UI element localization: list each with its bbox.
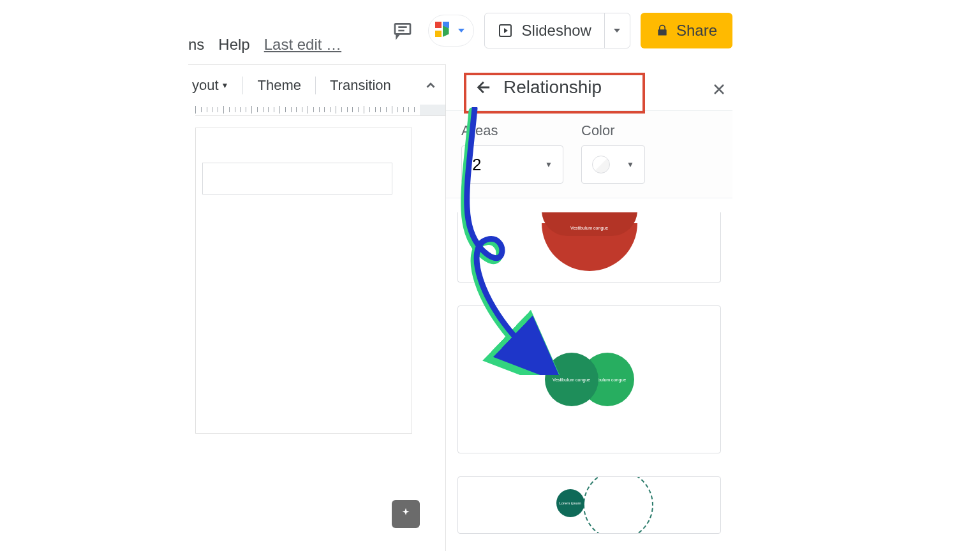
chevron-down-icon xyxy=(458,29,464,33)
close-button[interactable] xyxy=(708,78,730,100)
meet-logo-icon xyxy=(435,22,454,40)
panel-header: Relationship xyxy=(446,64,732,110)
divider xyxy=(242,77,243,94)
comments-icon[interactable] xyxy=(387,15,418,46)
sparkle-icon xyxy=(399,507,413,521)
chevron-down-icon: ▼ xyxy=(545,160,553,169)
template-text: Vestibulum congue xyxy=(553,378,590,382)
divider xyxy=(315,77,316,94)
diagram-template-3[interactable]: Lorem ipsum xyxy=(457,476,721,534)
share-label: Share xyxy=(676,22,717,40)
areas-label: Areas xyxy=(461,122,563,139)
color-dropdown[interactable]: ▼ xyxy=(581,145,645,184)
template-text: Vestibulum congue xyxy=(570,226,608,230)
chevron-up-icon xyxy=(424,78,438,92)
meet-button[interactable] xyxy=(428,15,474,47)
horizontal-ruler[interactable] xyxy=(195,105,445,116)
diagram-template-2[interactable]: Vestibulum congue Vestibulum congue xyxy=(457,305,721,453)
transition-button[interactable]: Transition xyxy=(326,75,395,96)
panel-controls: Areas 2 ▼ Color ▼ xyxy=(446,110,732,198)
collapse-toolbar-button[interactable] xyxy=(420,76,442,95)
panel-title: Relationship xyxy=(503,77,602,98)
template-preview: Vestibulum congue xyxy=(542,223,637,271)
slideshow-dropdown[interactable] xyxy=(604,13,630,48)
close-icon xyxy=(711,82,727,97)
menu-bar: ns Help Last edit … xyxy=(188,36,341,54)
toolbar: yout ▼ Theme Transition xyxy=(188,73,445,98)
template-list: Vestibulum congue Vestibulum congue Vest… xyxy=(457,212,721,551)
color-control: Color ▼ xyxy=(581,122,645,184)
slide-placeholder[interactable] xyxy=(202,163,392,195)
template-text: Lorem ipsum xyxy=(559,501,581,505)
back-button[interactable] xyxy=(473,76,496,99)
areas-dropdown[interactable]: 2 ▼ xyxy=(461,145,563,184)
diagram-template-1[interactable]: Vestibulum congue xyxy=(457,212,721,283)
slide-canvas[interactable] xyxy=(195,128,412,434)
areas-value: 2 xyxy=(472,155,481,175)
share-button[interactable]: Share xyxy=(641,13,732,48)
template-preview: Lorem ipsum xyxy=(526,483,653,527)
layout-dropdown[interactable]: yout ▼ xyxy=(188,75,232,96)
top-actions: Slideshow Share xyxy=(387,13,732,48)
color-label: Color xyxy=(581,122,645,139)
areas-control: Areas 2 ▼ xyxy=(461,122,563,184)
arrow-left-icon xyxy=(475,78,493,96)
explore-button[interactable] xyxy=(392,500,420,528)
template-preview: Vestibulum congue Vestibulum congue xyxy=(545,351,634,408)
svg-rect-0 xyxy=(395,24,410,34)
chevron-down-icon xyxy=(614,29,620,33)
lock-icon xyxy=(656,24,669,38)
slideshow-label: Slideshow xyxy=(522,22,591,40)
theme-button[interactable]: Theme xyxy=(253,75,304,96)
menu-item-help[interactable]: Help xyxy=(218,36,249,54)
diagram-side-panel: Relationship Areas 2 ▼ Color ▼ Vestibulu… xyxy=(445,64,732,551)
last-edit-link[interactable]: Last edit … xyxy=(264,36,341,54)
color-swatch xyxy=(592,156,610,173)
menu-item-partial[interactable]: ns xyxy=(188,36,204,54)
chevron-down-icon: ▼ xyxy=(627,160,634,169)
play-slideshow-icon xyxy=(498,23,513,38)
slideshow-button[interactable]: Slideshow xyxy=(484,13,630,48)
layout-label: yout xyxy=(192,77,219,94)
